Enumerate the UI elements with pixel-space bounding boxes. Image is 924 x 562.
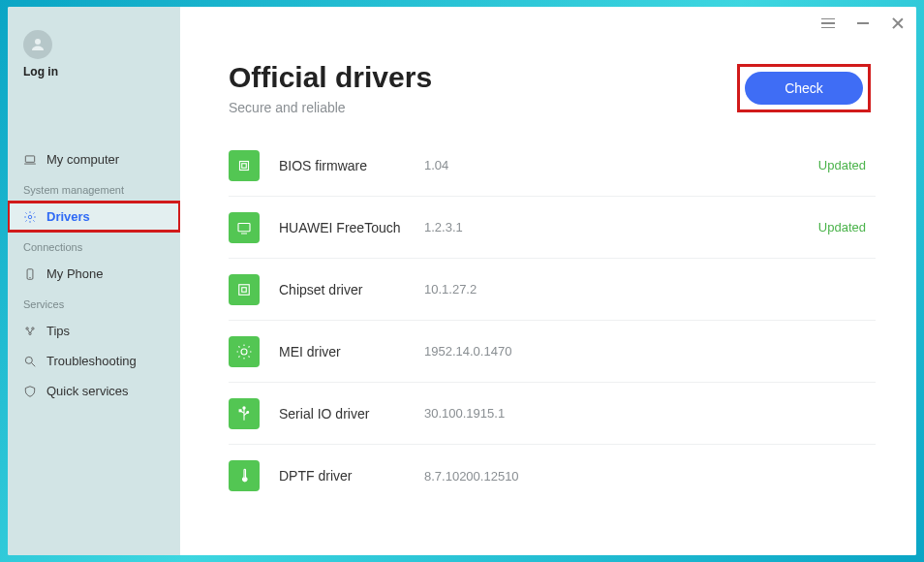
svg-point-20 — [247, 411, 249, 413]
sidebar-item-label: Quick services — [46, 384, 129, 398]
svg-rect-15 — [239, 284, 250, 295]
check-button[interactable]: Check — [745, 72, 863, 105]
window-controls — [819, 15, 907, 32]
svg-rect-21 — [239, 409, 241, 411]
driver-row-dptf[interactable]: DPTF driver 8.7.10200.12510 — [229, 445, 876, 507]
svg-rect-13 — [238, 223, 250, 231]
sidebar-item-label: Troubleshooting — [46, 354, 137, 368]
driver-list[interactable]: BIOS firmware 1.04 Updated HUAWEI FreeTo… — [180, 125, 909, 555]
sidebar-item-label: My computer — [46, 152, 119, 167]
svg-point-0 — [35, 39, 41, 45]
sidebar-item-drivers[interactable]: Drivers — [8, 202, 180, 232]
search-icon — [23, 355, 37, 368]
driver-row-bios[interactable]: BIOS firmware 1.04 Updated — [229, 135, 876, 197]
driver-name: DPTF driver — [279, 468, 424, 484]
sidebar: Log in My computer System management Dri… — [8, 7, 180, 555]
svg-rect-11 — [240, 161, 249, 170]
driver-name: Serial IO driver — [279, 406, 424, 422]
driver-version: 1952.14.0.1470 — [424, 344, 866, 359]
sidebar-item-tips[interactable]: Tips — [8, 316, 180, 346]
menu-icon[interactable] — [819, 15, 837, 32]
sidebar-item-label: Tips — [46, 324, 70, 338]
driver-status: Updated — [818, 220, 876, 234]
svg-point-7 — [32, 327, 34, 328]
driver-version: 1.04 — [424, 158, 818, 172]
sidebar-item-label: My Phone — [46, 266, 104, 281]
driver-version: 1.2.3.1 — [424, 220, 818, 234]
sparkle-icon — [23, 325, 37, 338]
page-title: Official drivers — [229, 61, 432, 94]
driver-name: Chipset driver — [279, 282, 424, 297]
app-window: Log in My computer System management Dri… — [8, 7, 916, 555]
avatar-icon — [23, 30, 52, 59]
cog-icon — [229, 336, 260, 367]
driver-row-chipset[interactable]: Chipset driver 10.1.27.2 — [229, 259, 876, 321]
close-icon[interactable] — [889, 15, 907, 32]
sidebar-item-label: Drivers — [46, 209, 90, 224]
sidebar-group-services: Services — [8, 289, 180, 316]
svg-line-10 — [32, 362, 36, 366]
main-content: Official drivers Secure and reliable Che… — [180, 7, 916, 555]
driver-version: 10.1.27.2 — [424, 282, 866, 297]
phone-icon — [23, 267, 37, 281]
driver-name: BIOS firmware — [279, 158, 424, 173]
svg-rect-1 — [25, 155, 34, 161]
svg-rect-16 — [242, 287, 247, 292]
sidebar-item-troubleshooting[interactable]: Troubleshooting — [8, 346, 180, 376]
sidebar-item-quick-services[interactable]: Quick services — [8, 376, 180, 406]
shield-icon — [23, 385, 37, 398]
sidebar-item-my-phone[interactable]: My Phone — [8, 259, 180, 289]
monitor-icon — [229, 212, 260, 243]
driver-row-mei[interactable]: MEI driver 1952.14.0.1470 — [229, 321, 876, 383]
page-header: Official drivers Secure and reliable Che… — [180, 7, 916, 125]
square-icon — [229, 274, 260, 305]
svg-point-17 — [241, 349, 247, 355]
chip-icon — [229, 150, 260, 181]
profile-area[interactable]: Log in — [8, 24, 180, 96]
usb-icon — [229, 398, 260, 429]
svg-point-8 — [29, 332, 31, 334]
svg-point-9 — [25, 357, 32, 363]
svg-point-6 — [26, 327, 28, 328]
driver-version: 30.100.1915.1 — [424, 406, 866, 421]
driver-row-serial-io[interactable]: Serial IO driver 30.100.1915.1 — [229, 383, 876, 445]
svg-point-22 — [243, 478, 246, 481]
minimize-icon[interactable] — [854, 15, 872, 32]
svg-point-3 — [28, 215, 32, 219]
driver-status: Updated — [818, 158, 876, 172]
gear-icon — [23, 210, 37, 224]
driver-name: HUAWEI FreeTouch — [279, 220, 424, 235]
check-button-highlight: Check — [740, 67, 868, 109]
driver-row-freetouch[interactable]: HUAWEI FreeTouch 1.2.3.1 Updated — [229, 197, 876, 259]
svg-rect-12 — [242, 163, 247, 168]
sidebar-group-system-management: System management — [8, 174, 180, 202]
thermometer-icon — [229, 460, 260, 491]
page-subtitle: Secure and reliable — [229, 100, 432, 115]
driver-name: MEI driver — [279, 344, 424, 359]
svg-point-19 — [243, 406, 245, 408]
login-label[interactable]: Log in — [23, 65, 165, 78]
sidebar-group-connections: Connections — [8, 232, 180, 259]
sidebar-item-my-computer[interactable]: My computer — [8, 144, 180, 174]
laptop-icon — [23, 153, 37, 167]
driver-version: 8.7.10200.12510 — [424, 469, 866, 484]
